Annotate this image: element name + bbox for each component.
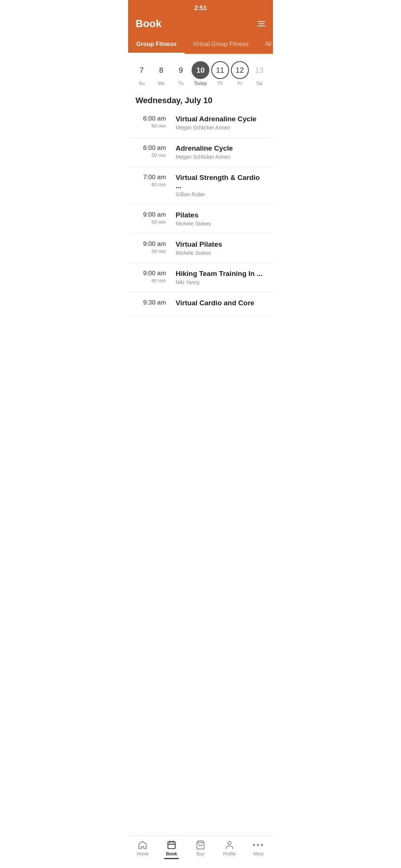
- class-time-4: 9:00 am 50 min: [136, 240, 169, 254]
- class-time-6: 9:30 am: [136, 299, 169, 307]
- date-item-10[interactable]: 10 Today: [192, 61, 209, 86]
- date-label-11: Th: [217, 80, 223, 86]
- class-info-5: Hiking Team Training In ... Niki Yancy: [176, 270, 265, 285]
- class-item-3[interactable]: 9:00 am 50 min Pilates Michele Stokes: [128, 204, 273, 234]
- class-info-1: Adrenaline Cycle Megan Schlicker Annen: [176, 144, 265, 160]
- date-item-12[interactable]: 12 Fr: [231, 61, 249, 86]
- status-bar: 2:51: [128, 0, 273, 14]
- status-time: 2:51: [194, 4, 207, 11]
- date-item-7[interactable]: 7 Su: [133, 61, 150, 86]
- date-label-13: Sa: [257, 80, 263, 86]
- class-item-0[interactable]: 6:00 am 50 min Virtual Adrenaline Cycle …: [128, 108, 273, 138]
- class-info-0: Virtual Adrenaline Cycle Megan Schlicker…: [176, 115, 265, 131]
- date-picker: 7 Su 8 Mo 9 Tu 10 Today 11 Th 12 Fr 13 S…: [128, 54, 273, 90]
- date-item-11[interactable]: 11 Th: [211, 61, 229, 86]
- date-item-9[interactable]: 9 Tu: [172, 61, 190, 86]
- date-number-8: 8: [152, 61, 170, 79]
- header: Book: [128, 14, 273, 36]
- tab-group-fitness[interactable]: Group Fitness: [128, 36, 185, 54]
- class-item-1[interactable]: 6:00 am 50 min Adrenaline Cycle Megan Sc…: [128, 138, 273, 167]
- tabs-container: Group Fitness Virtual Group Fitness All …: [128, 36, 273, 54]
- class-item-4[interactable]: 9:00 am 50 min Virtual Pilates Michele S…: [128, 234, 273, 263]
- date-number-7: 7: [133, 61, 150, 79]
- date-label-9: Tu: [178, 80, 184, 86]
- filter-button[interactable]: [257, 21, 265, 26]
- class-time-3: 9:00 am 50 min: [136, 211, 169, 225]
- class-time-1: 6:00 am 50 min: [136, 144, 169, 158]
- date-label-12: Fr: [238, 80, 242, 86]
- class-info-4: Virtual Pilates Michele Stokes: [176, 240, 265, 256]
- class-time-2: 7:00 am 60 min: [136, 174, 169, 187]
- section-date-title: Wednesday, July 10: [128, 90, 273, 108]
- date-label-8: Mo: [158, 80, 164, 86]
- class-time-5: 9:00 am 60 min: [136, 270, 169, 283]
- class-time-0: 6:00 am 50 min: [136, 115, 169, 129]
- class-list: 6:00 am 50 min Virtual Adrenaline Cycle …: [128, 108, 273, 316]
- filter-line-3: [257, 26, 265, 26]
- class-info-2: Virtual Strength & Cardio ... Gillian Ru…: [176, 174, 265, 197]
- class-item-6[interactable]: 9:30 am Virtual Cardio and Core: [128, 292, 273, 316]
- date-number-12: 12: [231, 61, 249, 79]
- date-label-7: Su: [138, 80, 144, 86]
- date-number-13: 13: [250, 61, 268, 79]
- class-info-6: Virtual Cardio and Core: [176, 299, 265, 309]
- date-number-11: 11: [211, 61, 229, 79]
- page-title: Book: [136, 18, 162, 30]
- tab-all-appointments[interactable]: All Appo...: [257, 36, 273, 54]
- filter-line-2: [258, 23, 264, 24]
- filter-line-1: [257, 21, 265, 22]
- date-number-10: 10: [192, 61, 209, 79]
- class-info-3: Pilates Michele Stokes: [176, 211, 265, 227]
- date-item-13[interactable]: 13 Sa: [250, 61, 268, 86]
- date-item-8[interactable]: 8 Mo: [152, 61, 170, 86]
- tab-virtual-group-fitness[interactable]: Virtual Group Fitness: [185, 36, 257, 54]
- class-item-2[interactable]: 7:00 am 60 min Virtual Strength & Cardio…: [128, 167, 273, 204]
- class-item-5[interactable]: 9:00 am 60 min Hiking Team Training In .…: [128, 263, 273, 292]
- date-label-10: Today: [194, 80, 207, 86]
- date-number-9: 9: [172, 61, 190, 79]
